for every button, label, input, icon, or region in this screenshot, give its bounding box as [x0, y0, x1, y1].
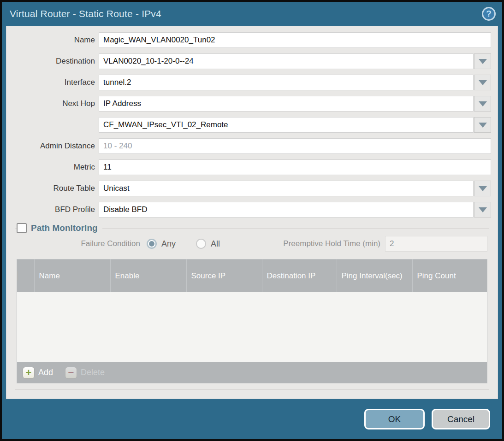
preemptive-hold-time-label: Preemptive Hold Time (min)	[283, 239, 380, 248]
admin-distance-label: Admin Distance	[13, 141, 95, 151]
destination-dropdown-button[interactable]	[474, 53, 491, 69]
metric-input[interactable]	[99, 159, 491, 175]
static-route-dialog: Virtual Router - Static Route - IPv4 ? N…	[0, 0, 504, 441]
chevron-down-icon	[479, 80, 487, 85]
preemptive-hold-time-group: Preemptive Hold Time (min)	[283, 236, 487, 252]
bfd-profile-dropdown-button[interactable]	[474, 202, 491, 218]
radio-all-label: All	[211, 239, 220, 249]
dialog-content: Name Destination Interface	[6, 26, 498, 399]
path-monitoring-legend: Path Monitoring	[17, 223, 102, 233]
ok-button[interactable]: OK	[364, 409, 425, 429]
add-button[interactable]: + Add	[23, 367, 53, 379]
preemptive-hold-time-input[interactable]	[385, 236, 487, 252]
next-hop-address-dropdown-button[interactable]	[474, 117, 491, 133]
interface-input[interactable]	[99, 75, 474, 90]
destination-label: Destination	[13, 57, 95, 66]
name-input[interactable]	[99, 32, 491, 48]
column-header-source-ip[interactable]: Source IP	[186, 259, 262, 292]
bfd-profile-input[interactable]	[99, 202, 474, 218]
route-table-row: Route Table	[13, 181, 491, 196]
admin-distance-input[interactable]	[99, 138, 491, 154]
path-monitoring-table: Name Enable Source IP Destination IP Pin…	[17, 259, 487, 383]
column-header-enable[interactable]: Enable	[110, 259, 186, 292]
dialog-titlebar: Virtual Router - Static Route - IPv4 ?	[2, 2, 502, 26]
column-header-destination-ip[interactable]: Destination IP	[262, 259, 337, 292]
chevron-down-icon	[479, 123, 487, 128]
next-hop-type-input[interactable]	[99, 96, 474, 112]
interface-label: Interface	[13, 78, 95, 87]
metric-row: Metric	[13, 159, 491, 175]
add-icon: +	[23, 367, 35, 379]
admin-distance-row: Admin Distance	[13, 138, 491, 154]
table-header-row: Name Enable Source IP Destination IP Pin…	[17, 259, 487, 292]
help-icon[interactable]: ?	[482, 7, 496, 21]
path-monitoring-section: Path Monitoring Failure Condition Any Al…	[15, 223, 489, 390]
radio-any-icon[interactable]	[147, 239, 157, 249]
cancel-button[interactable]: Cancel	[432, 409, 490, 429]
add-button-label: Add	[38, 368, 53, 377]
table-empty-body	[17, 292, 487, 362]
bfd-profile-label: BFD Profile	[13, 205, 95, 214]
destination-row: Destination	[13, 53, 491, 69]
dialog-footer: OK Cancel	[2, 399, 502, 439]
table-toolbar: + Add − Delete	[17, 362, 487, 383]
failure-condition-row: Failure Condition Any All Preemptive Hol…	[17, 236, 487, 252]
next-hop-address-row	[13, 117, 491, 133]
route-table-label: Route Table	[13, 184, 95, 193]
bfd-profile-row: BFD Profile	[13, 202, 491, 218]
chevron-down-icon	[479, 207, 487, 212]
route-table-input[interactable]	[99, 181, 474, 196]
column-header-ping-interval[interactable]: Ping Interval(sec)	[337, 259, 412, 292]
delete-icon: −	[65, 367, 77, 379]
failure-condition-any-option[interactable]: Any	[147, 239, 176, 249]
interface-dropdown-button[interactable]	[474, 75, 491, 90]
metric-label: Metric	[13, 163, 95, 172]
chevron-down-icon	[479, 186, 487, 191]
delete-button-label: Delete	[81, 368, 105, 377]
radio-all-icon[interactable]	[196, 239, 206, 249]
select-all-checkbox[interactable]	[17, 271, 18, 281]
failure-condition-label: Failure Condition	[17, 239, 140, 248]
name-row: Name	[13, 32, 491, 48]
name-label: Name	[13, 35, 95, 45]
chevron-down-icon	[479, 101, 487, 106]
chevron-down-icon	[479, 59, 487, 64]
radio-any-label: Any	[161, 239, 176, 249]
select-all-header-cell	[17, 259, 34, 292]
column-header-ping-count[interactable]: Ping Count	[412, 259, 487, 292]
next-hop-dropdown-button[interactable]	[474, 96, 491, 112]
interface-row: Interface	[13, 75, 491, 90]
next-hop-address-input[interactable]	[99, 117, 474, 133]
path-monitoring-title: Path Monitoring	[31, 223, 98, 233]
delete-button[interactable]: − Delete	[65, 367, 105, 379]
dialog-title: Virtual Router - Static Route - IPv4	[10, 8, 161, 19]
next-hop-label: Next Hop	[13, 99, 95, 108]
destination-input[interactable]	[99, 53, 474, 69]
path-monitoring-checkbox[interactable]	[17, 223, 27, 233]
column-header-name[interactable]: Name	[34, 259, 110, 292]
failure-condition-all-option[interactable]: All	[196, 239, 220, 249]
route-table-dropdown-button[interactable]	[474, 181, 491, 196]
next-hop-row: Next Hop	[13, 96, 491, 112]
